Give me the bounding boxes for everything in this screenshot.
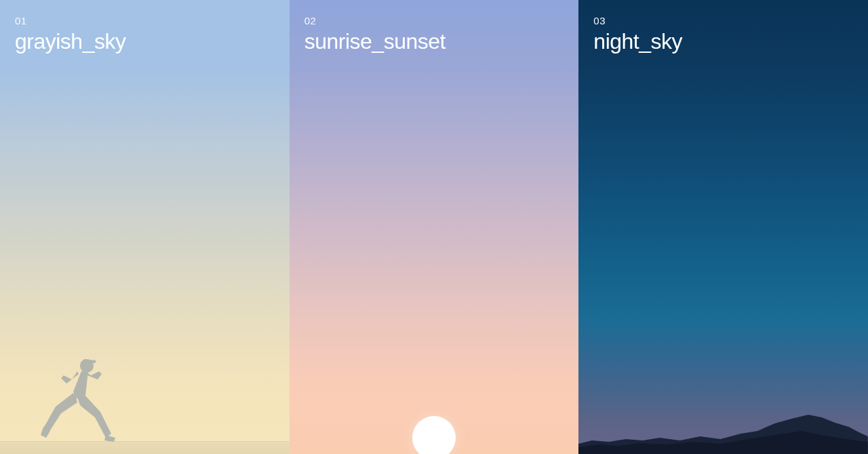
panel-night-sky: 03 night_sky [578,0,868,454]
panel-label: 01 grayish_sky [15,15,125,54]
panel-title: sunrise_sunset [304,29,446,54]
mountains-icon [578,407,868,454]
panel-number: 03 [593,15,682,26]
panel-label: 03 night_sky [593,15,682,54]
panel-sunrise-sunset: 02 sunrise_sunset [290,0,579,454]
panel-title: night_sky [593,29,682,54]
panel-title: grayish_sky [15,29,125,54]
ground-plane [0,442,290,454]
runner-icon [41,354,115,442]
panel-grayish-sky: 01 grayish_sky [0,0,290,454]
panel-number: 02 [304,15,446,26]
panel-label: 02 sunrise_sunset [304,15,446,54]
sun-icon [412,416,456,454]
panel-number: 01 [15,15,125,26]
